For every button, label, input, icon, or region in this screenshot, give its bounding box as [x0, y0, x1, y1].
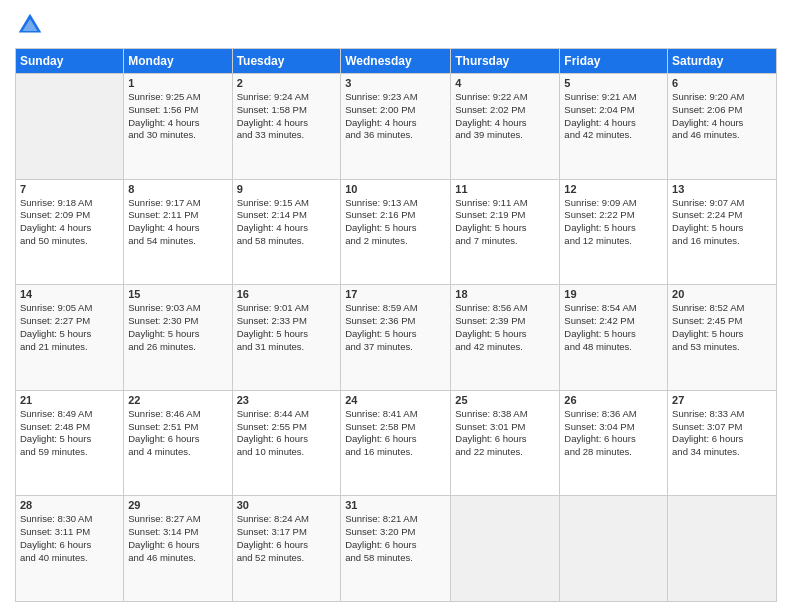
- day-info: Sunrise: 9:17 AM Sunset: 2:11 PM Dayligh…: [128, 197, 227, 248]
- col-header-wednesday: Wednesday: [341, 49, 451, 74]
- day-cell: [16, 74, 124, 180]
- day-info: Sunrise: 8:30 AM Sunset: 3:11 PM Dayligh…: [20, 513, 119, 564]
- day-number: 18: [455, 288, 555, 300]
- day-info: Sunrise: 8:46 AM Sunset: 2:51 PM Dayligh…: [128, 408, 227, 459]
- day-number: 8: [128, 183, 227, 195]
- day-info: Sunrise: 9:23 AM Sunset: 2:00 PM Dayligh…: [345, 91, 446, 142]
- col-header-friday: Friday: [560, 49, 668, 74]
- day-cell: 16Sunrise: 9:01 AM Sunset: 2:33 PM Dayli…: [232, 285, 341, 391]
- day-info: Sunrise: 8:36 AM Sunset: 3:04 PM Dayligh…: [564, 408, 663, 459]
- day-cell: 20Sunrise: 8:52 AM Sunset: 2:45 PM Dayli…: [668, 285, 777, 391]
- day-cell: [451, 496, 560, 602]
- day-cell: 8Sunrise: 9:17 AM Sunset: 2:11 PM Daylig…: [124, 179, 232, 285]
- day-cell: 17Sunrise: 8:59 AM Sunset: 2:36 PM Dayli…: [341, 285, 451, 391]
- logo: [15, 10, 49, 40]
- day-info: Sunrise: 9:25 AM Sunset: 1:56 PM Dayligh…: [128, 91, 227, 142]
- col-header-sunday: Sunday: [16, 49, 124, 74]
- day-cell: 4Sunrise: 9:22 AM Sunset: 2:02 PM Daylig…: [451, 74, 560, 180]
- day-info: Sunrise: 8:38 AM Sunset: 3:01 PM Dayligh…: [455, 408, 555, 459]
- day-cell: 1Sunrise: 9:25 AM Sunset: 1:56 PM Daylig…: [124, 74, 232, 180]
- day-number: 25: [455, 394, 555, 406]
- day-info: Sunrise: 9:05 AM Sunset: 2:27 PM Dayligh…: [20, 302, 119, 353]
- day-info: Sunrise: 9:22 AM Sunset: 2:02 PM Dayligh…: [455, 91, 555, 142]
- day-cell: 25Sunrise: 8:38 AM Sunset: 3:01 PM Dayli…: [451, 390, 560, 496]
- day-number: 6: [672, 77, 772, 89]
- day-number: 15: [128, 288, 227, 300]
- day-cell: 2Sunrise: 9:24 AM Sunset: 1:58 PM Daylig…: [232, 74, 341, 180]
- day-info: Sunrise: 8:59 AM Sunset: 2:36 PM Dayligh…: [345, 302, 446, 353]
- day-number: 12: [564, 183, 663, 195]
- day-info: Sunrise: 9:11 AM Sunset: 2:19 PM Dayligh…: [455, 197, 555, 248]
- day-cell: 13Sunrise: 9:07 AM Sunset: 2:24 PM Dayli…: [668, 179, 777, 285]
- week-row-2: 7Sunrise: 9:18 AM Sunset: 2:09 PM Daylig…: [16, 179, 777, 285]
- day-cell: 9Sunrise: 9:15 AM Sunset: 2:14 PM Daylig…: [232, 179, 341, 285]
- day-info: Sunrise: 8:41 AM Sunset: 2:58 PM Dayligh…: [345, 408, 446, 459]
- day-number: 29: [128, 499, 227, 511]
- day-info: Sunrise: 9:09 AM Sunset: 2:22 PM Dayligh…: [564, 197, 663, 248]
- day-number: 17: [345, 288, 446, 300]
- day-number: 14: [20, 288, 119, 300]
- day-cell: [560, 496, 668, 602]
- day-number: 16: [237, 288, 337, 300]
- day-info: Sunrise: 9:01 AM Sunset: 2:33 PM Dayligh…: [237, 302, 337, 353]
- day-number: 9: [237, 183, 337, 195]
- day-number: 5: [564, 77, 663, 89]
- day-cell: 19Sunrise: 8:54 AM Sunset: 2:42 PM Dayli…: [560, 285, 668, 391]
- day-number: 28: [20, 499, 119, 511]
- day-cell: 26Sunrise: 8:36 AM Sunset: 3:04 PM Dayli…: [560, 390, 668, 496]
- day-number: 3: [345, 77, 446, 89]
- day-info: Sunrise: 8:27 AM Sunset: 3:14 PM Dayligh…: [128, 513, 227, 564]
- day-info: Sunrise: 9:03 AM Sunset: 2:30 PM Dayligh…: [128, 302, 227, 353]
- day-number: 10: [345, 183, 446, 195]
- day-cell: 28Sunrise: 8:30 AM Sunset: 3:11 PM Dayli…: [16, 496, 124, 602]
- col-header-tuesday: Tuesday: [232, 49, 341, 74]
- day-cell: 27Sunrise: 8:33 AM Sunset: 3:07 PM Dayli…: [668, 390, 777, 496]
- day-cell: 29Sunrise: 8:27 AM Sunset: 3:14 PM Dayli…: [124, 496, 232, 602]
- day-info: Sunrise: 9:07 AM Sunset: 2:24 PM Dayligh…: [672, 197, 772, 248]
- day-info: Sunrise: 8:33 AM Sunset: 3:07 PM Dayligh…: [672, 408, 772, 459]
- calendar-table: SundayMondayTuesdayWednesdayThursdayFrid…: [15, 48, 777, 602]
- day-cell: 6Sunrise: 9:20 AM Sunset: 2:06 PM Daylig…: [668, 74, 777, 180]
- day-cell: 5Sunrise: 9:21 AM Sunset: 2:04 PM Daylig…: [560, 74, 668, 180]
- day-number: 4: [455, 77, 555, 89]
- week-row-1: 1Sunrise: 9:25 AM Sunset: 1:56 PM Daylig…: [16, 74, 777, 180]
- logo-icon: [15, 10, 45, 40]
- day-info: Sunrise: 9:13 AM Sunset: 2:16 PM Dayligh…: [345, 197, 446, 248]
- day-cell: 12Sunrise: 9:09 AM Sunset: 2:22 PM Dayli…: [560, 179, 668, 285]
- day-info: Sunrise: 8:56 AM Sunset: 2:39 PM Dayligh…: [455, 302, 555, 353]
- week-row-3: 14Sunrise: 9:05 AM Sunset: 2:27 PM Dayli…: [16, 285, 777, 391]
- day-info: Sunrise: 9:24 AM Sunset: 1:58 PM Dayligh…: [237, 91, 337, 142]
- day-info: Sunrise: 8:21 AM Sunset: 3:20 PM Dayligh…: [345, 513, 446, 564]
- day-number: 2: [237, 77, 337, 89]
- header: [15, 10, 777, 40]
- day-info: Sunrise: 8:52 AM Sunset: 2:45 PM Dayligh…: [672, 302, 772, 353]
- day-cell: 21Sunrise: 8:49 AM Sunset: 2:48 PM Dayli…: [16, 390, 124, 496]
- col-header-saturday: Saturday: [668, 49, 777, 74]
- day-number: 23: [237, 394, 337, 406]
- day-cell: 23Sunrise: 8:44 AM Sunset: 2:55 PM Dayli…: [232, 390, 341, 496]
- day-number: 19: [564, 288, 663, 300]
- week-row-4: 21Sunrise: 8:49 AM Sunset: 2:48 PM Dayli…: [16, 390, 777, 496]
- day-cell: 18Sunrise: 8:56 AM Sunset: 2:39 PM Dayli…: [451, 285, 560, 391]
- day-number: 13: [672, 183, 772, 195]
- day-cell: 24Sunrise: 8:41 AM Sunset: 2:58 PM Dayli…: [341, 390, 451, 496]
- day-cell: 3Sunrise: 9:23 AM Sunset: 2:00 PM Daylig…: [341, 74, 451, 180]
- header-row: SundayMondayTuesdayWednesdayThursdayFrid…: [16, 49, 777, 74]
- day-cell: 11Sunrise: 9:11 AM Sunset: 2:19 PM Dayli…: [451, 179, 560, 285]
- col-header-thursday: Thursday: [451, 49, 560, 74]
- day-number: 11: [455, 183, 555, 195]
- calendar-page: SundayMondayTuesdayWednesdayThursdayFrid…: [0, 0, 792, 612]
- day-number: 22: [128, 394, 227, 406]
- day-number: 21: [20, 394, 119, 406]
- day-cell: 22Sunrise: 8:46 AM Sunset: 2:51 PM Dayli…: [124, 390, 232, 496]
- day-number: 1: [128, 77, 227, 89]
- day-cell: 14Sunrise: 9:05 AM Sunset: 2:27 PM Dayli…: [16, 285, 124, 391]
- day-cell: 15Sunrise: 9:03 AM Sunset: 2:30 PM Dayli…: [124, 285, 232, 391]
- day-info: Sunrise: 8:49 AM Sunset: 2:48 PM Dayligh…: [20, 408, 119, 459]
- day-info: Sunrise: 8:44 AM Sunset: 2:55 PM Dayligh…: [237, 408, 337, 459]
- day-info: Sunrise: 9:18 AM Sunset: 2:09 PM Dayligh…: [20, 197, 119, 248]
- week-row-5: 28Sunrise: 8:30 AM Sunset: 3:11 PM Dayli…: [16, 496, 777, 602]
- day-info: Sunrise: 8:24 AM Sunset: 3:17 PM Dayligh…: [237, 513, 337, 564]
- col-header-monday: Monday: [124, 49, 232, 74]
- day-cell: 31Sunrise: 8:21 AM Sunset: 3:20 PM Dayli…: [341, 496, 451, 602]
